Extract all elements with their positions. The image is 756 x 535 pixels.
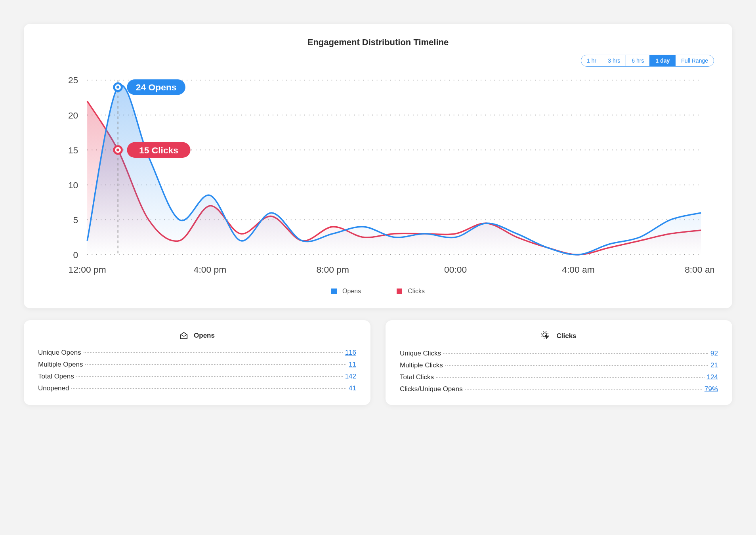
svg-text:20: 20 [68, 110, 78, 120]
clicks-stat-row: Unique Clicks92 [400, 350, 718, 357]
stat-dots-divider [465, 389, 702, 390]
stat-dots-divider [436, 377, 704, 378]
opens-stat-value-link[interactable]: 11 [349, 361, 356, 369]
opens-stat-row: Unopened41 [38, 384, 356, 392]
svg-text:4:00 am: 4:00 am [562, 264, 595, 275]
range-button-3-hrs[interactable]: 3 hrs [602, 55, 626, 66]
stat-dots-divider [76, 376, 343, 377]
opens-stat-label: Unopened [38, 384, 69, 392]
svg-text:25: 25 [68, 75, 78, 85]
stat-dots-divider [85, 364, 346, 365]
svg-text:24 Opens: 24 Opens [136, 82, 177, 92]
clicks-stat-value-link[interactable]: 21 [710, 361, 718, 369]
clicks-stats-card: Clicks Unique Clicks92Multiple Clicks21T… [386, 320, 732, 405]
opens-stat-row: Unique Opens116 [38, 349, 356, 357]
legend-swatch-opens [331, 289, 337, 294]
opens-stat-row: Multiple Opens11 [38, 361, 356, 369]
range-selector[interactable]: 1 hr3 hrs6 hrs1 dayFull Range [581, 55, 714, 67]
clicks-stat-row: Clicks/Unique Opens79% [400, 385, 718, 393]
clicks-stat-label: Clicks/Unique Opens [400, 385, 463, 393]
clicks-stat-value-link[interactable]: 124 [707, 373, 718, 381]
range-button-1-day[interactable]: 1 day [650, 55, 676, 66]
opens-stat-label: Multiple Opens [38, 361, 83, 369]
range-button-1-hr[interactable]: 1 hr [581, 55, 602, 66]
svg-text:8:00 pm: 8:00 pm [317, 264, 349, 275]
range-selector-row: 1 hr3 hrs6 hrs1 dayFull Range [42, 55, 714, 67]
clicks-stat-value-link[interactable]: 79% [704, 385, 718, 393]
svg-text:15: 15 [68, 145, 78, 155]
clicks-stat-value-link[interactable]: 92 [710, 350, 718, 357]
svg-point-20 [116, 86, 119, 88]
range-button-full-range[interactable]: Full Range [676, 55, 714, 66]
svg-text:8:00 am: 8:00 am [685, 264, 714, 275]
click-cursor-icon [541, 331, 551, 341]
opens-card-title-text: Opens [194, 332, 215, 340]
opens-stat-row: Total Opens142 [38, 373, 356, 380]
chart-legend: Opens Clicks [42, 288, 714, 295]
envelope-icon [179, 331, 188, 340]
clicks-stat-label: Unique Clicks [400, 350, 441, 357]
legend-item-opens: Opens [331, 288, 361, 295]
svg-text:00:00: 00:00 [444, 264, 467, 275]
svg-text:10: 10 [68, 180, 78, 190]
opens-stat-value-link[interactable]: 142 [345, 373, 356, 380]
opens-card-title: Opens [38, 331, 356, 340]
stat-dots-divider [445, 365, 708, 366]
svg-point-24 [116, 149, 119, 151]
stat-dots-divider [71, 388, 346, 389]
opens-stat-value-link[interactable]: 116 [345, 349, 356, 357]
opens-stat-value-link[interactable]: 41 [349, 384, 356, 392]
opens-stat-label: Unique Opens [38, 349, 81, 357]
clicks-card-title-text: Clicks [556, 332, 576, 340]
stat-dots-divider [84, 352, 343, 353]
legend-item-clicks: Clicks [397, 288, 425, 295]
svg-text:15 Clicks: 15 Clicks [139, 145, 178, 155]
opens-stat-label: Total Opens [38, 373, 74, 380]
legend-label-opens: Opens [342, 288, 361, 295]
legend-label-clicks: Clicks [408, 288, 425, 295]
clicks-stat-row: Multiple Clicks21 [400, 361, 718, 369]
clicks-stat-label: Multiple Clicks [400, 361, 443, 369]
chart-title: Engagement Distribution Timeline [42, 37, 714, 48]
stats-row: Opens Unique Opens116Multiple Opens11Tot… [24, 320, 732, 405]
clicks-stat-label: Total Clicks [400, 373, 434, 381]
svg-text:0: 0 [73, 250, 78, 260]
engagement-chart: 051015202512:00 pm4:00 pm8:00 pm00:004:0… [42, 74, 714, 281]
engagement-chart-card: Engagement Distribution Timeline 1 hr3 h… [24, 24, 732, 308]
opens-stats-card: Opens Unique Opens116Multiple Opens11Tot… [24, 320, 370, 405]
stat-dots-divider [443, 353, 708, 354]
legend-swatch-clicks [397, 289, 402, 294]
range-button-6-hrs[interactable]: 6 hrs [626, 55, 650, 66]
svg-text:4:00 pm: 4:00 pm [194, 264, 227, 275]
clicks-card-title: Clicks [400, 331, 718, 341]
svg-text:5: 5 [73, 215, 78, 225]
svg-text:12:00 pm: 12:00 pm [69, 264, 106, 275]
clicks-stat-row: Total Clicks124 [400, 373, 718, 381]
